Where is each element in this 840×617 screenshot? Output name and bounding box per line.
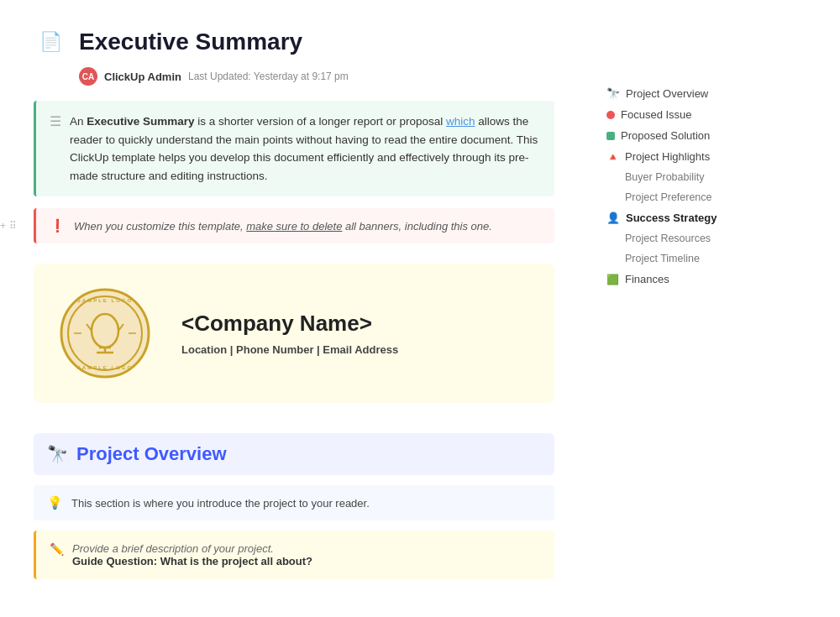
author-name: ClickUp Admin xyxy=(104,71,181,83)
meta-row: CA ClickUp Admin Last Updated: Yesterday… xyxy=(79,67,554,86)
sidebar: 🔭 Project Overview Focused Issue Propose… xyxy=(588,0,756,617)
sidebar-label: Project Resources xyxy=(625,233,711,244)
svg-text:SAMPLE LOGO: SAMPLE LOGO xyxy=(77,298,133,303)
sidebar-item-buyer-probability[interactable]: Buyer Probability xyxy=(620,168,743,186)
page-title: Executive Summary xyxy=(79,29,302,55)
avatar: CA xyxy=(79,67,97,86)
banner-controls: + ⠿ xyxy=(0,220,17,232)
company-name: <Company Name> xyxy=(181,311,398,337)
warning-icon: ❗ xyxy=(50,218,66,233)
sidebar-label: Buyer Probability xyxy=(625,171,705,183)
page-header: 📄 Executive Summary xyxy=(34,25,554,59)
section-info: 💡 This section is where you introduce th… xyxy=(34,485,554,520)
company-card: SAMPLE LOGO SAMPLE LOGO <Company Name> L… xyxy=(34,264,554,403)
proposed-square xyxy=(606,132,615,140)
sidebar-item-project-highlights[interactable]: 🔺 Project Highlights xyxy=(601,147,743,166)
project-overview-section: 🔭 Project Overview 💡 This section is whe… xyxy=(34,433,554,579)
sidebar-label: Proposed Solution xyxy=(621,129,710,142)
sidebar-label: Finances xyxy=(625,273,669,285)
info-icon: ☰ xyxy=(50,113,61,129)
main-content: 📄 Executive Summary CA ClickUp Admin Las… xyxy=(0,0,588,617)
guide-bold: Guide Question: What is the project all … xyxy=(72,555,312,567)
sidebar-item-success-strategy[interactable]: 👤 Success Strategy xyxy=(601,208,743,227)
section-icon: 🔭 xyxy=(47,444,68,464)
info-banner: ☰ An Executive Summary is a shorter vers… xyxy=(34,101,554,196)
sidebar-item-focused-issue[interactable]: Focused Issue xyxy=(601,105,743,124)
sidebar-label: Focused Issue xyxy=(621,108,692,121)
warning-text: When you customize this template, make s… xyxy=(74,220,492,233)
focused-dot xyxy=(606,111,615,119)
which-link[interactable]: which xyxy=(446,115,475,128)
section-title: Project Overview xyxy=(76,443,227,465)
sidebar-label: Project Highlights xyxy=(625,150,710,163)
bold-term: Executive Summary xyxy=(87,115,194,128)
sidebar-label: Project Overview xyxy=(626,87,708,100)
section-header: 🔭 Project Overview xyxy=(34,433,554,475)
sidebar-label: Project Preference xyxy=(625,191,712,203)
project-overview-icon: 🔭 xyxy=(606,87,620,100)
page-icon: 📄 xyxy=(34,25,67,59)
sidebar-item-finances[interactable]: 🟩 Finances xyxy=(601,269,743,289)
sidebar-item-project-preference[interactable]: Project Preference xyxy=(620,188,743,207)
guide-italic: Provide a brief description of your proj… xyxy=(72,542,312,555)
company-info: <Company Name> Location | Phone Number |… xyxy=(181,311,398,356)
highlights-icon: 🔺 xyxy=(606,151,619,163)
svg-text:SAMPLE LOGO: SAMPLE LOGO xyxy=(77,365,133,370)
sidebar-sub-group: Buyer Probability Project Preference xyxy=(601,168,743,207)
company-logo: SAMPLE LOGO SAMPLE LOGO xyxy=(59,287,151,379)
drag-icon[interactable]: ⠿ xyxy=(9,220,17,232)
pencil-icon: ✏️ xyxy=(50,542,64,556)
plus-icon[interactable]: + xyxy=(0,220,6,232)
finances-icon: 🟩 xyxy=(606,274,619,285)
warning-wrapper: + ⠿ ❗ When you customize this template, … xyxy=(34,208,554,243)
sidebar-item-proposed-solution[interactable]: Proposed Solution xyxy=(601,126,743,145)
sidebar-sub-group2: Project Resources Project Timeline xyxy=(601,229,743,268)
guide-content: Provide a brief description of your proj… xyxy=(72,542,312,567)
bulb-icon: 💡 xyxy=(47,495,63,510)
sidebar-nav: 🔭 Project Overview Focused Issue Propose… xyxy=(601,17,743,289)
warning-banner: ❗ When you customize this template, make… xyxy=(34,208,554,243)
sidebar-item-project-resources[interactable]: Project Resources xyxy=(620,229,743,248)
info-banner-text: An Executive Summary is a shorter versio… xyxy=(70,112,541,185)
section-info-text: This section is where you introduce the … xyxy=(71,497,370,510)
company-details: Location | Phone Number | Email Address xyxy=(181,343,398,356)
sidebar-item-project-timeline[interactable]: Project Timeline xyxy=(620,249,743,268)
success-icon: 👤 xyxy=(606,212,620,224)
section-guide: ✏️ Provide a brief description of your p… xyxy=(34,531,554,579)
sidebar-label: Success Strategy xyxy=(626,212,717,224)
last-updated: Last Updated: Yesterday at 9:17 pm xyxy=(188,71,349,82)
delete-link[interactable]: make sure to delete xyxy=(246,220,342,233)
sidebar-item-project-overview[interactable]: 🔭 Project Overview xyxy=(601,84,743,103)
sidebar-label: Project Timeline xyxy=(625,253,700,264)
